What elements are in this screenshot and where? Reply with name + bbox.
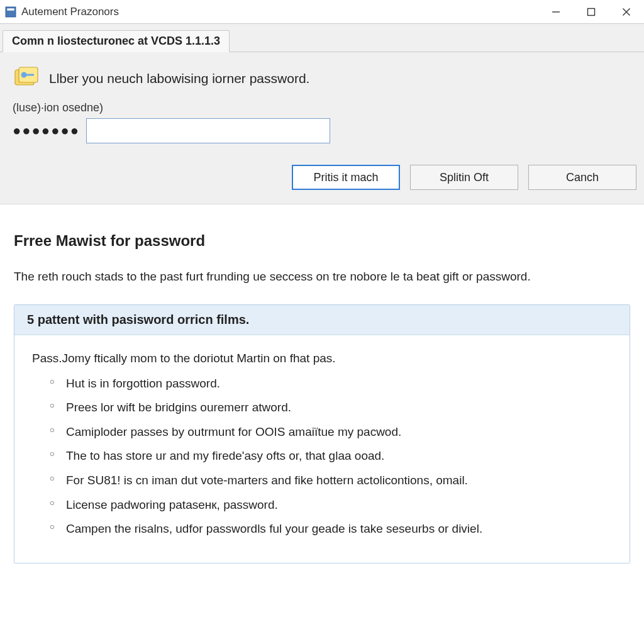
minimize-button[interactable] xyxy=(538,0,574,23)
info-list: Hut is in forgottion password. Prees lor… xyxy=(32,375,612,538)
tab-main[interactable]: Comn n liostecturonec at VCDS 1.1.1.3 xyxy=(3,30,230,52)
button-row: Pritis it mach Splitin Oft Canch xyxy=(0,143,644,190)
svg-rect-1 xyxy=(7,8,14,10)
window-controls xyxy=(538,0,644,23)
password-row: ●●●●●●● xyxy=(0,118,644,143)
window-title: Autement Prazonors xyxy=(21,6,538,18)
list-item: Campen the risalns, udfor passwordls ful… xyxy=(50,521,612,538)
prompt-text: Llber you neuch labowising iorner passwo… xyxy=(49,71,309,86)
password-input[interactable] xyxy=(86,118,330,143)
dialog-panel: Comn n liostecturonec at VCDS 1.1.1.3 Ll… xyxy=(0,24,644,204)
submit-button[interactable]: Pritis it mach xyxy=(292,165,400,190)
list-item: Camiploder passes by outrmunt for OOIS a… xyxy=(50,424,612,441)
prompt-row: Llber you neuch labowising iorner passwo… xyxy=(0,52,644,101)
tab-row: Comn n liostecturonec at VCDS 1.1.1.3 xyxy=(0,24,644,52)
close-button[interactable] xyxy=(609,0,644,23)
info-box: 5 pattent with pasisword orricn films. P… xyxy=(14,304,630,564)
key-icon xyxy=(13,65,40,92)
split-button[interactable]: Splitin Oft xyxy=(410,165,518,190)
maximize-button[interactable] xyxy=(574,0,609,23)
svg-rect-9 xyxy=(26,74,34,76)
titlebar: Autement Prazonors xyxy=(0,0,644,24)
cancel-button[interactable]: Canch xyxy=(528,165,636,190)
content-panel: Frree Mawist for password The reth rouch… xyxy=(0,204,644,577)
info-box-body: Pass.Jomy ftically mom to the doriotut M… xyxy=(14,335,630,563)
password-mask: ●●●●●●● xyxy=(13,123,80,139)
info-box-header: 5 pattent with pasisword orricn films. xyxy=(14,305,630,335)
content-intro: The reth rouch stads to the past furt fr… xyxy=(14,269,630,286)
content-heading: Frree Mawist for password xyxy=(14,232,630,250)
app-icon xyxy=(5,6,16,18)
list-item: Hut is in forgottion password. xyxy=(50,375,612,392)
password-label: (luse)·ion osedne) xyxy=(0,101,644,118)
list-item: For SU81! is cn iman dut vote-marters an… xyxy=(50,472,612,489)
list-item: Prees lor wift be bridgins ouremerr atwo… xyxy=(50,399,612,416)
list-item: The to has store ur and my firede'asy of… xyxy=(50,448,612,465)
list-item: License padworing pataseнк, password. xyxy=(50,497,612,514)
info-box-lead: Pass.Jomy ftically mom to the doriotut M… xyxy=(32,352,612,365)
svg-point-8 xyxy=(21,72,27,78)
svg-rect-3 xyxy=(588,8,595,15)
